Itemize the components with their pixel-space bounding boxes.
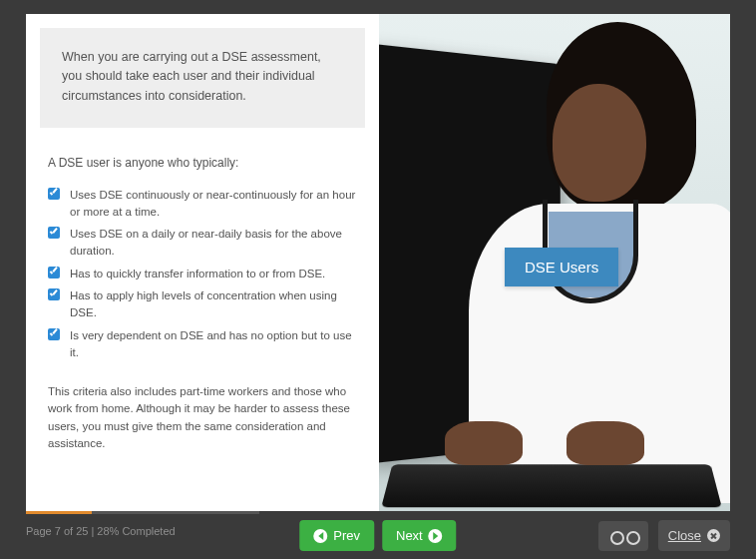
illustration-hands — [445, 421, 644, 477]
check-icon — [48, 188, 60, 200]
check-icon — [48, 328, 60, 340]
list-item: Uses DSE on a daily or near-daily basis … — [48, 223, 357, 262]
right-controls: Close — [598, 520, 730, 551]
prev-label: Prev — [333, 528, 360, 543]
settings-button[interactable] — [598, 521, 648, 551]
close-button[interactable]: Close — [658, 520, 730, 551]
list-item-text: Has to apply high levels of concentratio… — [70, 289, 337, 318]
caret-right-icon — [429, 529, 443, 543]
criteria-note: This criteria also includes part-time wo… — [48, 383, 357, 452]
gear-icon — [608, 529, 622, 543]
list-item: Has to quickly transfer information to o… — [48, 263, 357, 285]
criteria-list: Uses DSE continuously or near-continuous… — [48, 184, 357, 363]
list-item: Uses DSE continuously or near-continuous… — [48, 184, 357, 223]
intro-box: When you are carrying out a DSE assessme… — [40, 28, 365, 128]
next-button[interactable]: Next — [382, 520, 457, 551]
page-indicator: Page 7 of 25 | 28% Completed — [26, 525, 176, 537]
close-icon — [707, 529, 720, 542]
check-icon — [48, 267, 60, 279]
illustration-face — [553, 84, 646, 202]
list-item-text: Is very dependent on DSE and has no opti… — [70, 329, 352, 358]
caret-left-icon — [313, 529, 327, 543]
check-icon — [48, 227, 60, 239]
footer-bar: Page 7 of 25 | 28% Completed Prev Next C… — [0, 511, 756, 559]
slide-title-badge: DSE Users — [505, 248, 618, 286]
gear-icon — [624, 529, 638, 543]
prev-button[interactable]: Prev — [299, 520, 374, 551]
image-pane: DSE Users — [379, 14, 730, 511]
close-label: Close — [668, 528, 701, 543]
slide-stage: When you are carrying out a DSE assessme… — [26, 14, 730, 511]
list-item: Is very dependent on DSE and has no opti… — [48, 324, 357, 363]
list-item-text: Has to quickly transfer information to o… — [70, 268, 325, 280]
list-heading: A DSE user is anyone who typically: — [48, 156, 365, 170]
nav-buttons: Prev Next — [299, 520, 456, 551]
next-label: Next — [396, 528, 423, 543]
list-item-text: Uses DSE continuously or near-continuous… — [70, 189, 355, 218]
progress-fill — [26, 511, 92, 514]
check-icon — [48, 288, 60, 300]
progress-track — [26, 511, 259, 514]
content-pane: When you are carrying out a DSE assessme… — [26, 14, 379, 511]
list-item-text: Uses DSE on a daily or near-daily basis … — [70, 228, 342, 257]
list-item: Has to apply high levels of concentratio… — [48, 284, 357, 323]
